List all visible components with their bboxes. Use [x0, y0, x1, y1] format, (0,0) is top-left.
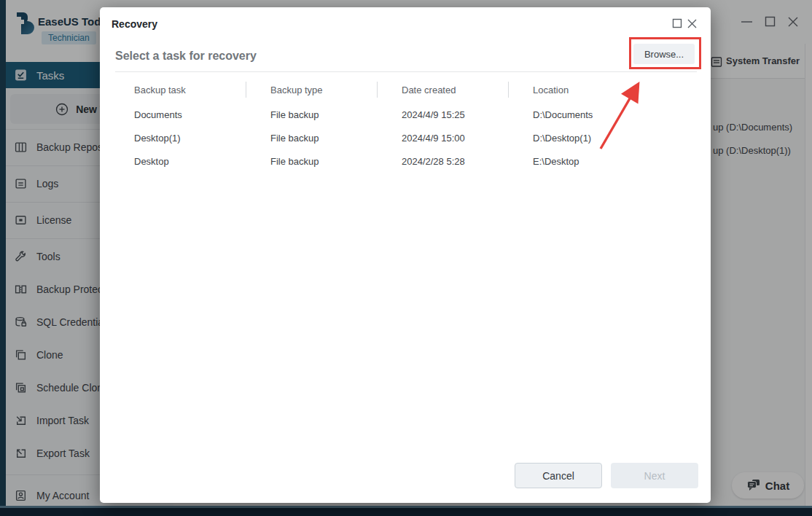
column-separator [508, 82, 509, 98]
cell-backup-type: File backup [270, 103, 391, 127]
cell-location: E:\Desktop [533, 150, 693, 173]
table-row[interactable]: Desktop(1) File backup 2024/4/9 15:00 D:… [115, 127, 697, 150]
dialog-title: Recovery [112, 18, 157, 30]
cell-backup-type: File backup [270, 150, 391, 173]
cancel-button[interactable]: Cancel [515, 463, 602, 488]
dialog-close-icon[interactable] [687, 18, 698, 29]
column-separator [246, 82, 246, 98]
next-button[interactable]: Next [611, 463, 698, 488]
dialog-subtitle: Select a task for recovery [115, 50, 257, 63]
screen: EaseUS Todo Technician System Transfer u… [0, 0, 812, 516]
cell-date-created: 2024/2/28 5:28 [402, 150, 522, 173]
cell-backup-task: Desktop(1) [134, 127, 258, 150]
recovery-dialog: Recovery Select a task for recovery Brow… [100, 7, 711, 503]
column-header-date-created[interactable]: Date created [402, 82, 522, 98]
browse-highlight-box [629, 37, 701, 69]
column-separator [377, 82, 378, 98]
cell-backup-task: Documents [134, 103, 258, 127]
dialog-maximize-icon[interactable] [672, 18, 682, 28]
table-row[interactable]: Desktop File backup 2024/2/28 5:28 E:\De… [115, 150, 697, 173]
table-row[interactable]: Documents File backup 2024/4/9 15:25 D:\… [115, 103, 697, 127]
dialog-header-divider [115, 71, 697, 72]
cell-date-created: 2024/4/9 15:25 [402, 103, 522, 127]
cell-backup-type: File backup [270, 127, 391, 150]
cell-backup-task: Desktop [134, 150, 258, 173]
column-header-location[interactable]: Location [533, 82, 693, 98]
cell-location: D:\Desktop(1) [533, 127, 693, 150]
cell-date-created: 2024/4/9 15:00 [402, 127, 522, 150]
column-header-backup-type[interactable]: Backup type [270, 82, 391, 98]
cell-location: D:\Documents [533, 103, 693, 127]
column-header-backup-task[interactable]: Backup task [134, 82, 258, 98]
